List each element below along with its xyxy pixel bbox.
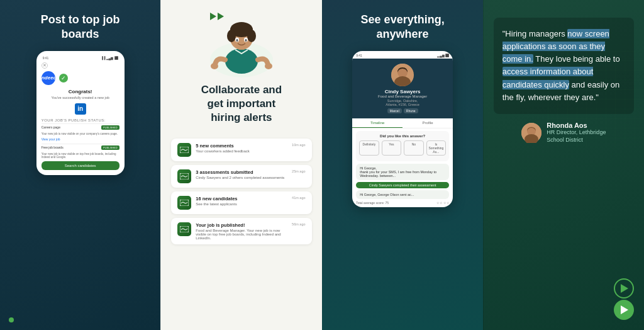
phone-mockup-3: 9:41 ▂▄▆ ⬛ Cindy Sawyers Food and Bevera… xyxy=(352,51,453,207)
profile-avatar xyxy=(391,64,414,86)
wavebox-icon-1 xyxy=(177,143,191,157)
tab-timeline[interactable]: Timeline xyxy=(352,118,402,128)
play-btn-filled[interactable] xyxy=(614,300,634,320)
svg-point-5 xyxy=(227,30,236,42)
phone-status-bar-3: 9:41 ▂▄▆ ⬛ xyxy=(352,51,453,59)
freejob-status-row: Free job boards PUBLISHED xyxy=(42,144,119,151)
svg-point-11 xyxy=(211,63,218,69)
status-icons-3: ▂▄▆ ⬛ xyxy=(437,54,449,57)
notif-assessments-text: 3 assessments submitted Cindy Sawyers an… xyxy=(196,169,287,179)
panel-1-title: Post to top job boards xyxy=(41,13,120,42)
notif-candidates-time: 41m ago xyxy=(292,196,305,200)
notif-published-sub: Food and Beverage Manager. Your new job … xyxy=(196,229,287,240)
play-btn-outline[interactable] xyxy=(614,278,634,299)
panel-2-title: Collaborate and get important hiring ale… xyxy=(201,83,282,125)
chat-section: Did you like this answer? Definitely Yes… xyxy=(352,128,453,207)
answer-definitely[interactable]: Definitely xyxy=(359,140,379,156)
careers-desc: Your new job is now visible on your comp… xyxy=(42,132,119,135)
profile-tabs: Timeline Profile xyxy=(352,118,453,128)
play-arrows xyxy=(210,13,224,20)
answer-other[interactable]: Is Something As... xyxy=(426,140,447,156)
wavebox-icon-4 xyxy=(177,222,191,236)
msg-bubble-1: Hi George, thank you for your SMS, I am … xyxy=(356,164,449,180)
score-stars: ☆ ☆ ☆ ☆ xyxy=(436,201,449,205)
answer-row: Definitely Yes No Is Something As... xyxy=(359,140,446,156)
assessment-completed-badge: Cindy Sawyers completed their assessment xyxy=(356,182,449,188)
tag-1: Marcel xyxy=(387,108,402,113)
notif-comments-text: 5 new comments Your coworkers added feed… xyxy=(196,143,287,153)
status-icons-1: ▐▐ ▂▄▆ ⬛ xyxy=(101,56,118,60)
careers-status-row: Careers page PUBLISHED xyxy=(42,123,119,131)
tag-2: Rhune xyxy=(404,108,418,113)
notif-assessments-sub: Cindy Sawyers and 2 others completed ass… xyxy=(196,176,287,179)
notif-assessments: 3 assessments submitted Cindy Sawyers an… xyxy=(171,165,311,188)
score-row: Total average score: 75 ☆ ☆ ☆ ☆ xyxy=(356,201,449,205)
notif-candidates: 16 new candidates See the latest applica… xyxy=(171,191,311,214)
play-icon-outline xyxy=(621,284,628,293)
notif-candidates-text: 16 new candidates See the latest applica… xyxy=(196,196,287,206)
notif-published-title: Your job is published! xyxy=(196,222,287,228)
view-job-link[interactable]: View your job xyxy=(42,137,119,141)
congrats-heading: Congrats! xyxy=(42,89,119,94)
svg-point-1 xyxy=(225,48,258,74)
tab-profile[interactable]: Profile xyxy=(402,118,453,128)
phone-mockup-1: 9:41 ▐▐ ▂▄▆ ⬛ ✕ indeed ✓ Congrats! You'v… xyxy=(36,51,125,175)
answer-no[interactable]: No xyxy=(404,140,424,156)
panel-collaborate: Collaborate and get important hiring ale… xyxy=(160,0,321,330)
indeed-wordmark: indeed xyxy=(40,75,57,81)
notif-comments-title: 5 new comments xyxy=(196,143,287,149)
notif-candidates-title: 16 new candidates xyxy=(196,196,287,202)
dot-indicator xyxy=(9,317,14,322)
time-1: 9:41 xyxy=(43,56,49,60)
notif-comments-time: 10m ago xyxy=(292,143,305,147)
notifications-list: 5 new comments Your coworkers added feed… xyxy=(171,139,311,248)
score-label: Total average score: 75 xyxy=(356,201,389,205)
careers-badge: PUBLISHED xyxy=(101,125,119,130)
publish-label: Your job's publish status: xyxy=(42,118,119,122)
check-icon: ✓ xyxy=(59,74,68,82)
time-3: 9:41 xyxy=(356,54,362,57)
notif-published-text: Your job is published! Food and Beverage… xyxy=(196,222,287,240)
svg-rect-20 xyxy=(548,51,644,147)
careers-label: Careers page xyxy=(42,125,60,129)
panel-job-boards: Post to top job boards 9:41 ▐▐ ▂▄▆ ⬛ ✕ i… xyxy=(0,0,160,330)
arrow-2 xyxy=(218,13,224,20)
search-candidates-btn[interactable]: Search candidates xyxy=(42,161,119,170)
answer-yes[interactable]: Yes xyxy=(382,140,402,156)
indeed-logo-row: indeed ✓ xyxy=(42,71,119,85)
notif-assessments-time: 25m ago xyxy=(292,169,305,173)
notif-comments-sub: Your coworkers added feedback xyxy=(196,149,287,153)
notif-published: Your job is published! Food and Beverage… xyxy=(171,218,311,244)
svg-point-9 xyxy=(236,39,238,42)
svg-point-12 xyxy=(265,63,272,69)
notif-comments: 5 new comments Your coworkers added feed… xyxy=(171,139,311,161)
profile-header: Cindy Sawyers Food and Beverage Manager … xyxy=(352,59,453,118)
free-badge: PUBLISHED xyxy=(101,145,119,150)
arrow-1 xyxy=(210,13,216,20)
notif-published-time: 56m ago xyxy=(292,222,305,226)
grid-background xyxy=(548,0,644,198)
illustration-area xyxy=(204,13,279,76)
play-icon-filled xyxy=(621,305,628,314)
panel-3-title: See everything, anywhere xyxy=(361,13,445,42)
wavebox-icon-3 xyxy=(177,196,191,210)
close-btn[interactable]: ✕ xyxy=(42,62,48,69)
profile-name: Cindy Sawyers xyxy=(357,89,448,94)
svg-point-6 xyxy=(247,30,256,42)
notif-assessments-title: 3 assessments submitted xyxy=(196,169,287,175)
msg-bubble-3: Hi George, George Olson sent ac... xyxy=(356,190,449,199)
reviewer-avatar xyxy=(521,123,541,143)
profile-job-title: Food and Beverage Manager xyxy=(357,94,448,98)
congrats-subtext: You've successfully created a new job xyxy=(42,96,119,100)
profile-tags: Marcel Rhune xyxy=(357,108,448,113)
svg-point-10 xyxy=(245,39,247,42)
free-desc: Your new job is now visible on top free … xyxy=(42,152,119,159)
linkedin-logo: in xyxy=(75,103,86,115)
chat-question: Did you like this answer? xyxy=(359,134,446,138)
free-label: Free job boards xyxy=(42,145,64,149)
panel-see-everything: See everything, anywhere 9:41 ▂▄▆ ⬛ xyxy=(322,0,483,330)
svg-point-22 xyxy=(527,127,536,135)
panel-testimonial: "Hiring managers now screen applications… xyxy=(483,0,644,330)
profile-location: Sunridge, Oakshire, Atlanta, #156, Greec… xyxy=(357,99,448,106)
notif-candidates-sub: See the latest applicants xyxy=(196,202,287,206)
